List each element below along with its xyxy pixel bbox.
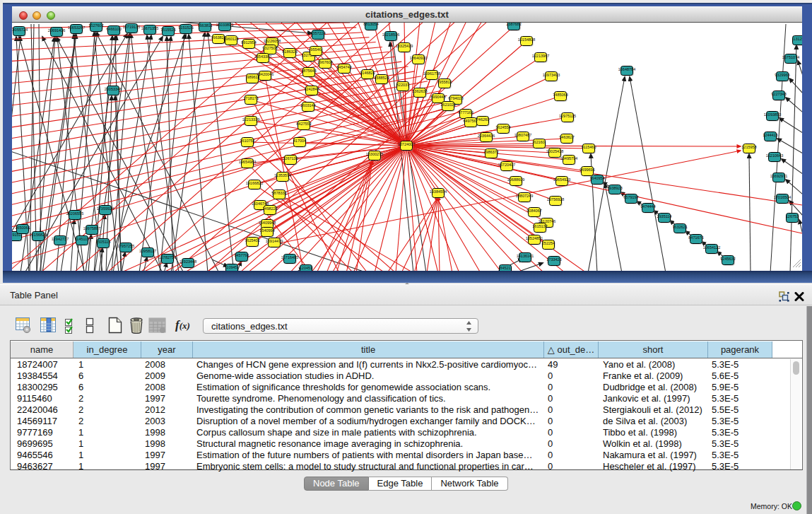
svg-text:10807487: 10807487 [514, 133, 531, 137]
svg-text:15409948: 15409948 [259, 221, 276, 225]
svg-text:12975115: 12975115 [559, 114, 576, 118]
svg-text:7357224: 7357224 [310, 31, 325, 35]
svg-text:3624554: 3624554 [495, 125, 510, 129]
svg-text:3267130: 3267130 [283, 156, 298, 160]
svg-text:9146821: 9146821 [360, 71, 375, 75]
svg-text:1527602: 1527602 [88, 23, 103, 28]
svg-text:20691406: 20691406 [48, 28, 65, 33]
svg-text:9327508: 9327508 [262, 46, 277, 50]
svg-text:9242848: 9242848 [304, 87, 319, 91]
svg-text:6794028: 6794028 [448, 96, 463, 100]
svg-text:16210643: 16210643 [766, 153, 783, 158]
svg-text:11353594: 11353594 [274, 173, 291, 177]
svg-text:15046748: 15046748 [252, 201, 269, 206]
svg-text:20053346: 20053346 [105, 87, 122, 91]
svg-text:120451: 120451 [300, 266, 312, 270]
svg-text:16033809: 16033809 [216, 23, 233, 27]
svg-text:822037: 822037 [396, 83, 409, 87]
svg-text:1540994: 1540994 [259, 228, 274, 233]
svg-text:16120746: 16120746 [539, 219, 555, 223]
svg-text:8960124: 8960124 [223, 37, 238, 41]
svg-text:1733426: 1733426 [546, 257, 561, 262]
svg-text:6466100: 6466100 [106, 27, 121, 31]
svg-text:19654923: 19654923 [553, 177, 570, 182]
svg-text:18807249: 18807249 [516, 194, 533, 198]
svg-text:17359924: 17359924 [97, 206, 114, 211]
svg-text:2935114: 2935114 [657, 214, 671, 218]
svg-text:16961758: 16961758 [423, 71, 440, 76]
svg-text:10154808: 10154808 [518, 37, 535, 42]
svg-text:7632621: 7632621 [672, 225, 687, 229]
svg-text:8454749: 8454749 [336, 65, 351, 69]
svg-text:2718176: 2718176 [243, 96, 258, 100]
svg-text:3875645: 3875645 [301, 69, 316, 73]
svg-text:19975887: 19975887 [83, 226, 100, 230]
svg-text:5878332: 5878332 [271, 191, 286, 195]
svg-text:19384554: 19384554 [430, 189, 447, 194]
svg-text:23420046: 23420046 [257, 72, 273, 76]
svg-text:98961: 98961 [247, 75, 257, 79]
svg-text:1505115: 1505115 [95, 240, 110, 244]
svg-text:746260: 746260 [476, 117, 489, 122]
svg-text:8912954: 8912954 [241, 40, 256, 45]
svg-text:417004: 417004 [293, 139, 306, 143]
svg-text:2603144: 2603144 [300, 103, 315, 107]
svg-text:13524851: 13524851 [526, 236, 543, 240]
svg-text:84521: 84521 [500, 266, 510, 270]
svg-text:8990448: 8990448 [430, 95, 445, 99]
svg-text:19654983: 19654983 [239, 160, 256, 164]
svg-text:0699695: 0699695 [579, 168, 594, 172]
svg-text:8186323: 8186323 [282, 49, 297, 54]
svg-text:7485063: 7485063 [553, 93, 567, 97]
svg-text:15300275: 15300275 [366, 152, 383, 156]
svg-text:16782759: 16782759 [159, 255, 176, 259]
svg-text:9227343: 9227343 [771, 92, 786, 96]
svg-text:10945: 10945 [226, 265, 237, 269]
svg-text:12156829: 12156829 [30, 233, 47, 237]
svg-text:7515526: 7515526 [160, 28, 175, 32]
svg-text:13226058: 13226058 [264, 39, 281, 43]
svg-text:16543382: 16543382 [254, 54, 271, 59]
svg-text:3215958: 3215958 [741, 145, 756, 149]
svg-text:10025438: 10025438 [546, 149, 563, 153]
svg-text:1145119: 1145119 [75, 237, 90, 241]
svg-text:9777169: 9777169 [458, 110, 473, 115]
svg-text:16648784: 16648784 [618, 67, 635, 71]
svg-text:10653267: 10653267 [68, 25, 85, 30]
svg-text:95546: 95546 [310, 47, 321, 52]
svg-text:9151526: 9151526 [178, 25, 193, 30]
svg-text:16914479: 16914479 [266, 239, 283, 243]
svg-text:10719135: 10719135 [123, 25, 140, 29]
svg-text:10973493: 10973493 [543, 73, 560, 77]
svg-text:15692971: 15692971 [770, 174, 787, 178]
svg-text:12923448: 12923448 [180, 259, 196, 264]
svg-text:1650061: 1650061 [15, 226, 30, 230]
svg-text:12942737: 12942737 [52, 237, 69, 241]
svg-text:9115460: 9115460 [581, 145, 596, 149]
svg-text:7955812: 7955812 [437, 80, 452, 84]
svg-text:1610752: 1610752 [240, 139, 254, 143]
svg-text:252254: 252254 [542, 241, 555, 245]
svg-text:12093853: 12093853 [764, 112, 781, 117]
svg-text:7663811: 7663811 [197, 23, 212, 28]
svg-text:9245632: 9245632 [720, 257, 735, 261]
svg-text:10688609: 10688609 [507, 177, 524, 182]
svg-text:12213967: 12213967 [532, 54, 549, 58]
svg-text:7625402: 7625402 [245, 238, 259, 243]
svg-text:15720407: 15720407 [498, 163, 515, 167]
svg-text:1362635: 1362635 [412, 89, 427, 93]
svg-text:20206555: 20206555 [66, 211, 83, 216]
svg-text:13724007: 13724007 [398, 142, 415, 146]
svg-text:19166822: 19166822 [246, 181, 263, 185]
svg-text:14136141: 14136141 [517, 254, 534, 258]
svg-text:9084067: 9084067 [526, 209, 541, 213]
svg-text:8813054: 8813054 [363, 23, 378, 26]
svg-text:6579197: 6579197 [623, 195, 638, 199]
svg-text:1498222: 1498222 [262, 206, 277, 211]
svg-text:17016504: 17016504 [774, 195, 791, 199]
svg-text:19218506: 19218506 [382, 33, 399, 37]
svg-text:9457791: 9457791 [234, 253, 249, 257]
svg-text:13495794: 13495794 [560, 156, 577, 160]
svg-text:18640910: 18640910 [410, 56, 427, 60]
svg-text:19756928: 19756928 [547, 197, 564, 201]
